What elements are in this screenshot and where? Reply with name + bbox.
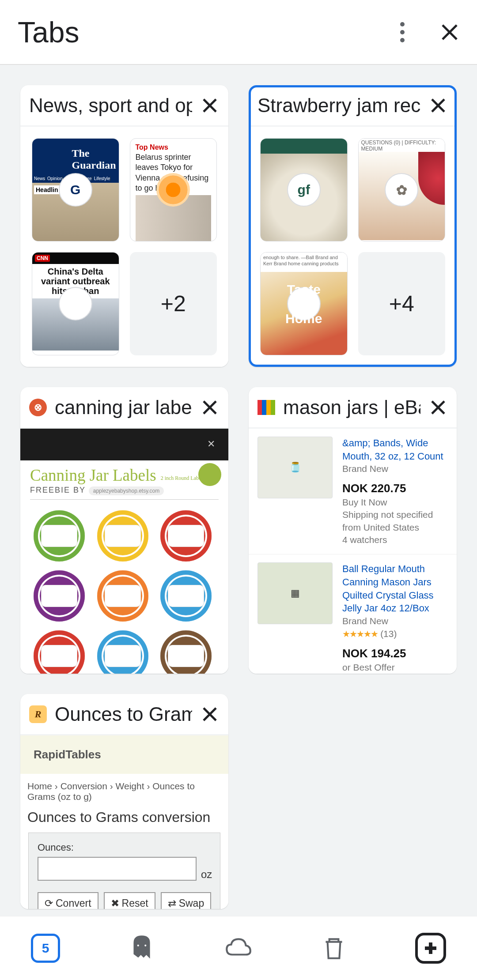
listing-row: ▦ Ball Regular Mouth Canning Mason Jars … [249, 554, 457, 674]
tab-title: mason jars | eBay [283, 396, 420, 418]
close-all-tabs-button[interactable] [319, 934, 348, 963]
more-tabs-indicator[interactable]: +4 [358, 252, 446, 355]
thumb-cnn[interactable]: CNN China's Delta variant outbreak hits … [32, 252, 119, 355]
bottom-toolbar: 5 [0, 916, 477, 980]
synced-tabs-button[interactable] [223, 934, 252, 963]
close-tab-button[interactable] [428, 398, 448, 417]
rapidtables-icon: R [29, 705, 47, 723]
label-swatch [34, 510, 85, 562]
tab-title: Ounces to Grams [55, 703, 192, 725]
thumb-tasteofhome[interactable]: enough to share. —Ball Brand and Kerr Br… [260, 252, 348, 355]
site-brand: RapidTables [20, 735, 228, 774]
tab-count-badge: 5 [31, 934, 60, 963]
close-button[interactable] [440, 23, 459, 42]
thumb-bbc[interactable]: Top News Belarus sprinter leaves Tokyo f… [130, 138, 217, 241]
tab-preview: RapidTables Home › Conversion › Weight ›… [20, 735, 228, 909]
thumb-guardian[interactable]: TheGuardian NewsOpinionSportCultureLifes… [32, 138, 119, 241]
tab-group-news[interactable]: News, sport and opinion TheGuardian News… [20, 85, 228, 367]
breadcrumb: Home › Conversion › Weight › Ounces to G… [20, 774, 228, 807]
tab-header: Strawberry jam recipe [249, 85, 457, 127]
incognito-tabs-button[interactable] [127, 934, 156, 963]
apple-logo-icon [198, 463, 221, 486]
unit-label: oz [201, 868, 212, 881]
close-tab-button[interactable] [428, 96, 448, 115]
tab-preview: ✕ Canning Jar Labels 2 inch Round Label … [20, 429, 228, 674]
label-swatch [97, 630, 148, 674]
label-swatch [34, 630, 85, 674]
duckduckgo-icon: ⊗ [29, 399, 47, 416]
guardian-icon: G [59, 173, 92, 207]
thumb-goodfood[interactable]: gf [260, 138, 348, 241]
close-tab-button[interactable] [200, 96, 220, 115]
header-actions [400, 23, 459, 42]
driscolls-icon: ✿ [385, 173, 418, 207]
tab-ebay-masonjars[interactable]: mason jars | eBay 🫙 &amp; Bands, Wide Mo… [249, 387, 457, 674]
group-thumbnails: gf QUESTIONS (0) | DIFFICULTY: MEDIUM ✿ … [260, 138, 445, 355]
ounces-label: Ounces: [38, 842, 74, 853]
group-thumbnails: TheGuardian NewsOpinionSportCultureLifes… [32, 138, 217, 355]
reset-button[interactable]: ✖ Reset [104, 892, 155, 909]
tab-header: ⊗ canning jar labels [20, 387, 228, 429]
listing-row: 🫙 &amp; Bands, Wide Mouth, 32 oz, 12 Cou… [249, 429, 457, 554]
page-heading: Ounces to Grams conversion [20, 807, 228, 833]
bbc-icon [156, 173, 190, 207]
tab-group-jam[interactable]: Strawberry jam recipe gf QUESTIONS (0) |… [249, 85, 457, 367]
svg-point-13 [144, 944, 147, 947]
tab-switcher-button[interactable]: 5 [31, 934, 60, 963]
thumb-driscolls[interactable]: QUESTIONS (0) | DIFFICULTY: MEDIUM ✿ [358, 138, 446, 241]
tab-header: R Ounces to Grams [20, 694, 228, 735]
label-swatches [20, 500, 228, 674]
tab-rapidtables[interactable]: R Ounces to Grams RapidTables Home › Con… [20, 694, 228, 909]
label-swatch [34, 570, 85, 622]
ebay-icon [257, 399, 275, 416]
page-title: Tabs [18, 15, 400, 49]
new-tab-button[interactable] [415, 933, 446, 964]
more-tabs-indicator[interactable]: +2 [130, 252, 217, 355]
tab-canning-labels[interactable]: ⊗ canning jar labels ✕ Canning Jar Label… [20, 387, 228, 674]
tab-title: News, sport and opinion [29, 94, 192, 117]
label-swatch [160, 510, 212, 562]
product-image: 🫙 [257, 437, 333, 498]
product-image: ▦ [257, 562, 333, 624]
swap-button[interactable]: ⇄ Swap [161, 892, 212, 909]
label-swatch [160, 630, 212, 674]
convert-button[interactable]: ⟳ Convert [38, 892, 98, 909]
goodfood-icon: gf [287, 173, 321, 207]
tab-title: Strawberry jam recipe [257, 94, 420, 117]
tab-preview: 🫙 &amp; Bands, Wide Mouth, 32 oz, 12 Cou… [249, 429, 457, 674]
tab-header: News, sport and opinion [20, 85, 228, 127]
svg-point-12 [136, 944, 140, 947]
ad-close-icon: ✕ [207, 438, 215, 450]
ounces-input[interactable] [38, 857, 197, 881]
cnn-icon: CNN [59, 287, 92, 320]
close-tab-button[interactable] [200, 705, 220, 724]
close-tab-button[interactable] [200, 398, 220, 417]
tabs-grid: News, sport and opinion TheGuardian News… [0, 64, 477, 918]
tasteofhome-icon: Taste of Home [287, 287, 321, 320]
label-swatch [97, 570, 148, 622]
tab-title: canning jar labels [55, 396, 192, 418]
more-options-icon[interactable] [400, 30, 405, 34]
tab-header: mason jars | eBay [249, 387, 457, 429]
app-header: Tabs [0, 0, 477, 64]
label-swatch [160, 570, 212, 622]
label-swatch [97, 510, 148, 562]
